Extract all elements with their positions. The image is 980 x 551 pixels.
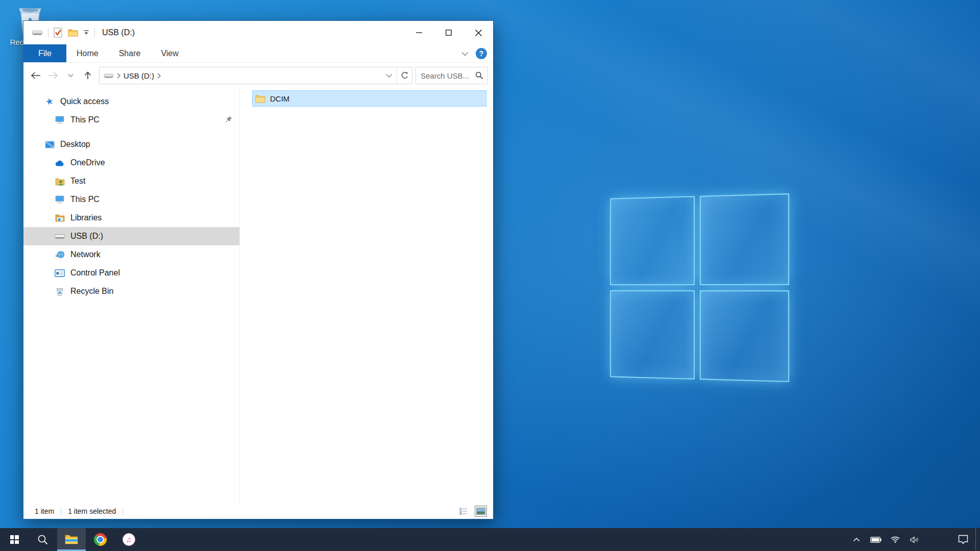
refresh-button[interactable] [397, 67, 412, 84]
chevron-up-icon [853, 537, 860, 542]
status-item-count: 1 item [35, 507, 54, 515]
recent-locations-button[interactable] [62, 67, 79, 84]
properties-button[interactable] [54, 28, 63, 38]
details-view-icon [459, 508, 468, 515]
sidebar-item-network[interactable]: Network [23, 245, 239, 264]
maximize-icon [446, 30, 452, 36]
tray-battery-button[interactable] [866, 528, 886, 551]
chrome-icon [94, 533, 107, 546]
sidebar-item-label: Control Panel [70, 268, 120, 278]
sidebar-item-control-panel[interactable]: Control Panel [23, 264, 239, 282]
sidebar-item-usb-drive[interactable]: USB (D:) [23, 227, 239, 245]
breadcrumb-segment[interactable]: USB (D:) [124, 71, 154, 80]
tray-volume-button[interactable] [905, 528, 924, 551]
itunes-icon: ♫ [122, 533, 135, 546]
chevron-down-icon [386, 73, 393, 78]
taskbar-chrome-button[interactable] [86, 528, 114, 551]
ribbon-tab-bar: File Home Share View ? [23, 44, 493, 63]
address-dropdown-button[interactable] [381, 67, 397, 84]
tray-chevron-up-button[interactable] [847, 528, 866, 551]
libraries-icon [54, 214, 65, 222]
sidebar-item-recycle-bin[interactable]: Recycle Bin [23, 282, 239, 300]
taskbar-itunes-button[interactable]: ♫ [114, 528, 143, 551]
separator [61, 507, 61, 515]
sidebar-item-libraries[interactable]: Libraries [23, 209, 239, 227]
chevron-right-icon[interactable] [157, 73, 161, 79]
back-button[interactable] [28, 67, 44, 84]
explorer-window: USB (D:) File Home Share View [23, 20, 494, 519]
close-button[interactable] [463, 21, 493, 44]
sidebar-item-this-pc-pinned[interactable]: This PC [23, 111, 239, 129]
battery-icon [870, 537, 881, 543]
sidebar-item-test[interactable]: Test [23, 172, 239, 190]
navigation-pane: ★ Quick access This PC [23, 88, 240, 504]
system-tray [847, 528, 980, 551]
computer-icon [54, 195, 65, 204]
thumbnail-view-button[interactable] [475, 506, 487, 517]
separator [122, 507, 123, 515]
new-folder-button[interactable] [68, 29, 78, 37]
address-bar[interactable]: USB (D:) [99, 67, 412, 84]
search-box[interactable] [415, 67, 488, 84]
file-explorer-icon [65, 534, 78, 545]
chevron-right-icon[interactable] [117, 73, 120, 79]
search-input[interactable] [416, 71, 474, 80]
tab-file[interactable]: File [23, 44, 66, 62]
show-desktop-button[interactable] [975, 528, 980, 551]
sidebar-item-label: This PC [70, 115, 100, 124]
logo-pane [610, 196, 695, 285]
tab-home[interactable]: Home [66, 44, 109, 62]
logo-pane [700, 193, 789, 285]
sidebar-item-quick-access[interactable]: ★ Quick access [23, 92, 239, 111]
windows-wallpaper-logo [610, 193, 789, 382]
maximize-button[interactable] [434, 21, 463, 44]
taskbar-file-explorer-button[interactable] [57, 528, 86, 551]
minimize-button[interactable] [404, 21, 434, 44]
system-drive-icon[interactable] [32, 29, 43, 36]
onedrive-cloud-icon [54, 160, 65, 166]
tray-wifi-button[interactable] [886, 528, 905, 551]
windows-logo-icon [10, 535, 19, 544]
volume-icon [910, 536, 919, 543]
search-icon[interactable] [474, 71, 487, 80]
file-list-pane[interactable]: DCIM [240, 88, 493, 504]
file-item-dcim[interactable]: DCIM [252, 90, 486, 107]
quick-access-star-icon: ★ [43, 96, 56, 107]
taskbar-search-button[interactable] [29, 528, 57, 551]
recycle-bin-icon [54, 287, 65, 296]
sidebar-item-desktop[interactable]: Desktop [23, 135, 239, 154]
details-view-button[interactable] [457, 506, 470, 517]
caption-buttons [404, 21, 493, 44]
title-bar[interactable]: USB (D:) [23, 21, 493, 44]
action-center-button[interactable] [951, 528, 975, 551]
forward-button[interactable] [45, 67, 61, 84]
status-selection: 1 item selected [68, 507, 116, 515]
tab-share[interactable]: Share [109, 44, 151, 62]
sidebar-item-this-pc[interactable]: This PC [23, 190, 239, 209]
computer-icon [54, 116, 65, 124]
sidebar-item-label: Recycle Bin [70, 287, 113, 296]
help-button[interactable]: ? [476, 48, 487, 59]
close-icon [475, 30, 482, 36]
sidebar-item-label: USB (D:) [70, 232, 103, 241]
control-panel-icon [54, 269, 65, 277]
tab-view[interactable]: View [151, 44, 188, 62]
expand-ribbon-button[interactable] [461, 49, 469, 58]
start-button[interactable] [0, 528, 29, 551]
sidebar-item-onedrive[interactable]: OneDrive [23, 154, 239, 172]
folder-icon [68, 29, 78, 37]
file-item-name: DCIM [270, 94, 289, 103]
sidebar-item-label: This PC [70, 195, 100, 204]
customize-toolbar-button[interactable] [83, 30, 89, 36]
forward-arrow-icon [48, 72, 58, 79]
up-button[interactable] [80, 67, 96, 84]
pin-icon [225, 116, 232, 125]
navigation-bar: USB (D:) [23, 63, 493, 88]
separator [94, 28, 95, 37]
usb-drive-icon [104, 72, 114, 79]
window-title: USB (D:) [102, 28, 135, 37]
quick-access-toolbar: USB (D:) [23, 28, 135, 38]
logo-pane [610, 290, 695, 380]
chevron-down-icon [83, 30, 89, 36]
sidebar-item-label: Test [70, 177, 85, 186]
